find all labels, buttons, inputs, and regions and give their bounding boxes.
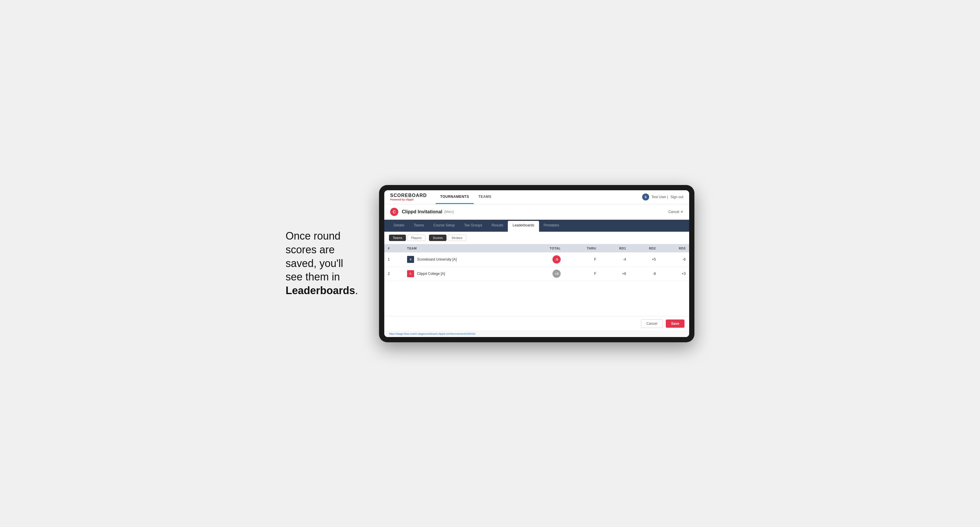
sidebar-text-end: . <box>355 284 358 297</box>
row1-rd1: -4 <box>600 252 630 267</box>
col-rank: # <box>384 244 404 252</box>
row2-total-badge: +3 <box>552 270 561 278</box>
sign-out-link[interactable]: Sign out <box>670 195 683 199</box>
nav-tournaments[interactable]: TOURNAMENTS <box>436 190 474 204</box>
subtab-teams[interactable]: Teams <box>389 235 406 241</box>
tabs-bar: Details Teams Course Setup Tee Groups Re… <box>384 220 689 232</box>
nav-right-area: S Test User | Sign out <box>642 194 683 200</box>
user-avatar: S <box>642 194 649 200</box>
row2-thru: F <box>564 267 600 281</box>
row2-rd2: -8 <box>630 267 659 281</box>
row2-rd3: +3 <box>659 267 689 281</box>
table-row: 2 C Clippd College [A] +3 F +8 -8 <box>384 267 689 281</box>
sidebar-text-bold: Leaderboards <box>286 284 355 297</box>
top-navigation: SCOREBOARD Powered by clippd TOURNAMENTS… <box>384 190 689 204</box>
tablet-screen: SCOREBOARD Powered by clippd TOURNAMENTS… <box>384 190 689 337</box>
tab-tee-groups[interactable]: Tee Groups <box>459 220 487 232</box>
subtab-players[interactable]: Players <box>407 235 425 241</box>
col-total: TOTAL <box>525 244 565 252</box>
app-logo-title: SCOREBOARD <box>390 193 427 198</box>
subtab-scores[interactable]: Scores <box>429 235 447 241</box>
main-nav: TOURNAMENTS TEAMS <box>436 190 642 204</box>
tournament-logo: C <box>390 208 398 216</box>
sidebar-text-part1: Once round scores are saved, you'll see … <box>286 230 343 283</box>
col-rd2: RD2 <box>630 244 659 252</box>
logo-powered-by: Powered by clippd <box>390 198 427 201</box>
subtab-strokes[interactable]: Strokes <box>448 235 466 241</box>
row1-team-name: Scoreboard University [A] <box>417 257 457 262</box>
user-name: Test User | <box>651 195 668 199</box>
row2-team: C Clippd College [A] <box>404 267 525 281</box>
row1-thru: F <box>564 252 600 267</box>
row1-rank: 1 <box>384 252 404 267</box>
row2-rd1: +8 <box>600 267 630 281</box>
col-thru: THRU <box>564 244 600 252</box>
row1-total: -5 <box>525 252 565 267</box>
row1-team: S Scoreboard University [A] <box>404 252 525 267</box>
tab-course-setup[interactable]: Course Setup <box>429 220 459 232</box>
table-row: 1 S Scoreboard University [A] -5 F -4 <box>384 252 689 267</box>
tab-leaderboards[interactable]: Leaderboards <box>508 221 539 232</box>
footer-cancel-button[interactable]: Cancel <box>641 319 663 328</box>
leaderboard-table: # TEAM TOTAL THRU RD1 RD2 RD3 1 <box>384 244 689 281</box>
cancel-button-header[interactable]: Cancel ✕ <box>668 210 683 214</box>
modal-footer: Cancel Save <box>384 316 689 331</box>
col-team: TEAM <box>404 244 525 252</box>
tab-printables[interactable]: Printables <box>539 220 564 232</box>
row1-rd3: -6 <box>659 252 689 267</box>
row2-rank: 2 <box>384 267 404 281</box>
subtabs-bar: Teams Players Scores Strokes <box>384 232 689 244</box>
row1-team-logo: S <box>407 256 414 263</box>
tournament-gender: (Men) <box>444 210 454 214</box>
row2-team-name: Clippd College [A] <box>417 271 445 276</box>
sidebar-description: Once round scores are saved, you'll see … <box>286 229 361 298</box>
tab-teams[interactable]: Teams <box>409 220 429 232</box>
row1-rd2: +5 <box>630 252 659 267</box>
col-rd3: RD3 <box>659 244 689 252</box>
tablet-device: SCOREBOARD Powered by clippd TOURNAMENTS… <box>379 185 694 342</box>
footer-save-button[interactable]: Save <box>666 319 684 328</box>
tab-details[interactable]: Details <box>389 220 409 232</box>
row1-total-badge: -5 <box>552 256 561 264</box>
tournament-name: Clippd Invitational <box>402 209 442 214</box>
tab-results[interactable]: Results <box>487 220 508 232</box>
nav-teams[interactable]: TEAMS <box>474 190 496 204</box>
logo-area: SCOREBOARD Powered by clippd <box>390 193 427 201</box>
col-rd1: RD1 <box>600 244 630 252</box>
row2-total: +3 <box>525 267 565 281</box>
tournament-header: C Clippd Invitational (Men) Cancel ✕ <box>384 204 689 220</box>
url-bar: https://stage-blue-coach.stagescoreboard… <box>384 331 689 337</box>
row2-team-logo: C <box>407 270 414 277</box>
